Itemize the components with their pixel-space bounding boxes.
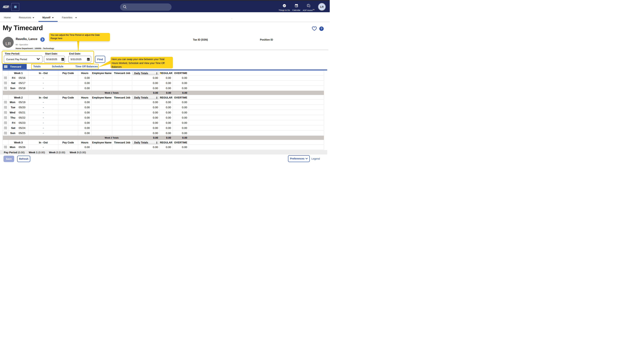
svg-text:ADP: ADP [3, 5, 9, 8]
